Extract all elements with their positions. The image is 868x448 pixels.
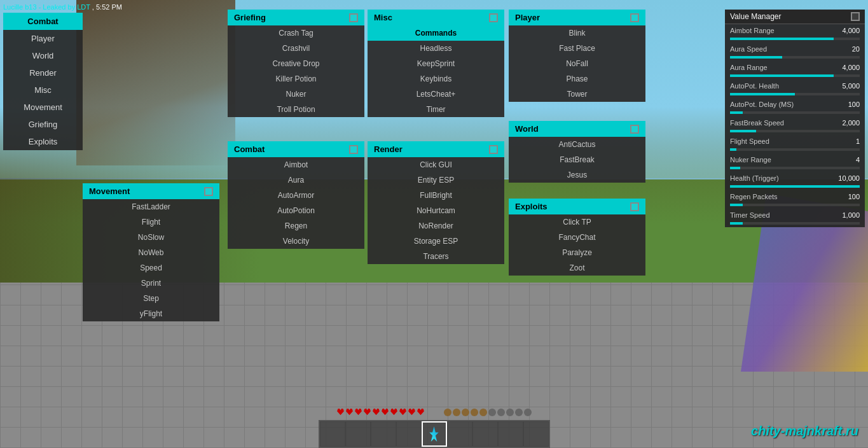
misc-item-2[interactable]: KeepSprint	[368, 56, 504, 71]
heart-5	[373, 409, 380, 416]
exploits-panel: Exploits Click TP FancyChat Paralyze Zoo…	[509, 199, 645, 276]
vm-bar-8[interactable]	[725, 185, 865, 190]
vm-bar-10[interactable]	[725, 221, 865, 227]
exploits-item-3[interactable]: Zoot	[509, 260, 645, 276]
vm-value-5: 2,000	[834, 119, 860, 127]
sidebar-item-player[interactable]: Player	[3, 30, 83, 47]
vm-row-7: Nuker Range 4	[725, 153, 865, 166]
movement-item-3[interactable]: NoWeb	[83, 245, 219, 260]
misc-item-4[interactable]: LetsCheat+	[368, 87, 504, 102]
player-item-1[interactable]: Fast Place	[509, 41, 645, 56]
value-manager-title: Value Manager	[730, 12, 782, 21]
movement-item-6[interactable]: Step	[83, 291, 219, 306]
misc-toggle[interactable]	[489, 13, 498, 22]
combat-header[interactable]: Combat	[228, 141, 364, 157]
hotbar-slot-8[interactable]	[498, 421, 523, 447]
sidebar-item-misc[interactable]: Misc	[3, 81, 83, 99]
vm-bar-1[interactable]	[725, 55, 865, 61]
griefing-item-3[interactable]: Killer Potion	[228, 71, 364, 87]
vm-bar-5[interactable]	[725, 129, 865, 135]
combat-item-5[interactable]: Velocity	[228, 234, 364, 249]
exploits-item-1[interactable]: FancyChat	[509, 230, 645, 245]
combat-item-4[interactable]: Regen	[228, 218, 364, 234]
movement-item-0[interactable]: FastLadder	[83, 199, 219, 214]
world-item-2[interactable]: Jesus	[509, 167, 645, 183]
vm-bar-7[interactable]	[725, 166, 865, 172]
griefing-item-2[interactable]: Creative Drop	[228, 56, 364, 71]
vm-bar-9[interactable]	[725, 203, 865, 209]
render-item-0[interactable]: Click GUI	[368, 157, 504, 172]
misc-item-1[interactable]: Headless	[368, 41, 504, 56]
sidebar-item-world[interactable]: World	[3, 47, 83, 64]
vm-bar-4[interactable]	[725, 111, 865, 116]
hotbar-slot-9[interactable]	[523, 421, 549, 447]
griefing-item-0[interactable]: Crash Tag	[228, 25, 364, 41]
griefing-item-4[interactable]: Nuker	[228, 87, 364, 102]
vm-row-6: Flight Speed 1	[725, 135, 865, 148]
world-header[interactable]: World	[509, 121, 645, 137]
griefing-item-1[interactable]: Crashvil	[228, 41, 364, 56]
render-toggle[interactable]	[489, 145, 498, 154]
sidebar-item-griefing[interactable]: Griefing	[3, 116, 83, 133]
griefing-toggle[interactable]	[349, 13, 358, 22]
vm-bar-0[interactable]	[725, 37, 865, 43]
movement-item-5[interactable]: Sprint	[83, 276, 219, 291]
griefing-item-5[interactable]: Troll Potion	[228, 102, 364, 117]
movement-toggle[interactable]	[204, 187, 213, 196]
render-header[interactable]: Render	[368, 141, 504, 157]
misc-item-3[interactable]: Keybinds	[368, 71, 504, 87]
render-item-5[interactable]: Storage ESP	[368, 234, 504, 249]
sidebar-item-movement[interactable]: Movement	[3, 99, 83, 116]
render-item-2[interactable]: FullBright	[368, 188, 504, 203]
hotbar-slot-6[interactable]	[447, 421, 472, 447]
exploits-item-0[interactable]: Click TP	[509, 214, 645, 230]
movement-item-7[interactable]: yFlight	[83, 306, 219, 321]
combat-item-2[interactable]: AutoArmor	[228, 188, 364, 203]
player-item-4[interactable]: Tower	[509, 87, 645, 102]
hotbar-slot-3[interactable]	[371, 421, 396, 447]
hotbar	[319, 420, 550, 448]
player-item-2[interactable]: NoFall	[509, 56, 645, 71]
misc-item-5[interactable]: Timer	[368, 102, 504, 117]
hotbar-slot-1[interactable]	[320, 421, 345, 447]
exploits-item-2[interactable]: Paralyze	[509, 245, 645, 260]
vm-bar-3[interactable]	[725, 92, 865, 98]
combat-item-0[interactable]: Aimbot	[228, 157, 364, 172]
combat-item-3[interactable]: AutoPotion	[228, 203, 364, 218]
exploits-toggle[interactable]	[630, 202, 639, 211]
render-item-4[interactable]: NoRender	[368, 218, 504, 234]
vm-value-0: 4,000	[834, 27, 860, 34]
sidebar-item-exploits[interactable]: Exploits	[3, 133, 83, 150]
exploits-header[interactable]: Exploits	[509, 199, 645, 214]
movement-header[interactable]: Movement	[83, 183, 219, 199]
value-manager-toggle[interactable]	[851, 12, 860, 21]
player-header[interactable]: Player	[509, 10, 645, 25]
movement-item-4[interactable]: Speed	[83, 260, 219, 276]
world-toggle[interactable]	[630, 125, 639, 134]
sidebar-item-combat[interactable]: Combat	[3, 13, 83, 30]
hotbar-slot-4[interactable]	[396, 421, 422, 447]
sidebar-item-render[interactable]: Render	[3, 64, 83, 81]
hotbar-slot-7[interactable]	[472, 421, 498, 447]
render-item-6[interactable]: Tracers	[368, 249, 504, 264]
misc-header[interactable]: Misc	[368, 10, 504, 25]
hotbar-slot-2[interactable]	[345, 421, 371, 447]
vm-bar-6[interactable]	[725, 148, 865, 153]
player-item-3[interactable]: Phase	[509, 71, 645, 87]
player-toggle[interactable]	[630, 13, 639, 22]
combat-item-1[interactable]: Aura	[228, 172, 364, 188]
movement-item-1[interactable]: Flight	[83, 214, 219, 230]
hotbar-slot-5[interactable]	[422, 421, 447, 447]
render-item-1[interactable]: Entity ESP	[368, 172, 504, 188]
render-item-3[interactable]: NoHurtcam	[368, 203, 504, 218]
world-item-1[interactable]: FastBreak	[509, 152, 645, 167]
griefing-panel: Griefing Crash Tag Crashvil Creative Dro…	[228, 10, 364, 117]
world-item-0[interactable]: AntiCactus	[509, 137, 645, 152]
movement-item-2[interactable]: NoSlow	[83, 230, 219, 245]
combat-toggle[interactable]	[349, 145, 358, 154]
vm-row-3: AutoPot. Health 5,000	[725, 80, 865, 92]
griefing-header[interactable]: Griefing	[228, 10, 364, 25]
misc-item-0[interactable]: Commands	[368, 25, 504, 41]
vm-bar-2[interactable]	[725, 74, 865, 80]
player-item-0[interactable]: Blink	[509, 25, 645, 41]
